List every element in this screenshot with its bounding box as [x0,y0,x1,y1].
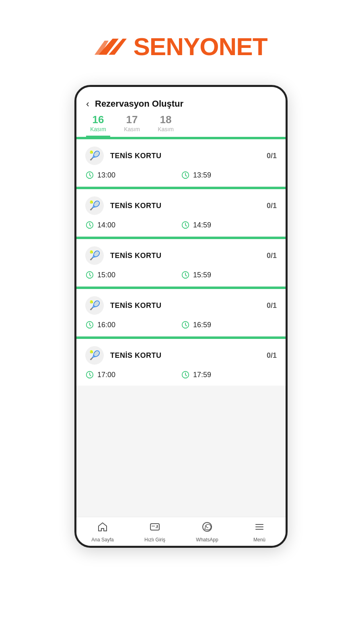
end-time-block-0: 13:59 [181,171,277,180]
card-title-row: 🎾 TENİS KORTU 0/1 [85,147,277,165]
brand-name: SENYONET [133,32,267,61]
start-time-2: 15:00 [97,271,115,279]
date-tabs: 16 Kasım 17 Kasım 18 Kasım [76,114,286,137]
court-icon: 🎾 [85,346,104,365]
court-name-3: TENİS KORTU [110,301,162,310]
card-time-row-3: 16:00 16:59 [85,320,277,329]
card-icon-title: 🎾 TENİS KORTU [85,246,162,265]
app-header: ‹ Rezervasyon Oluştur [76,87,286,114]
nav-menu-label: Menü [253,537,265,543]
card-time-row-0: 13:00 13:59 [85,171,277,180]
court-capacity-0: 0/1 [267,152,277,160]
start-time-block-2: 15:00 [85,270,181,279]
nav-whatsapp-label: WhatsApp [196,537,218,543]
start-time-block-4: 17:00 [85,370,181,379]
card-time-row-1: 14:00 14:59 [85,221,277,229]
start-time-3: 16:00 [97,321,115,329]
page-title: Rezervasyon Oluştur [95,99,183,109]
court-name-4: TENİS KORTU [110,351,162,360]
court-card-1[interactable]: 🎾 TENİS KORTU 0/1 14:00 [76,187,286,236]
clock-end-icon-0 [181,171,190,180]
start-time-block-3: 16:00 [85,320,181,329]
court-capacity-1: 0/1 [267,202,277,210]
court-name-1: TENİS KORTU [110,202,162,210]
end-time-block-4: 17:59 [181,370,277,379]
month-2: Kasım [158,126,174,132]
court-capacity-4: 0/1 [267,351,277,360]
nav-hizli[interactable]: Hızlı Giriş [129,521,181,543]
day-2: 18 [160,114,172,126]
court-card-2[interactable]: 🎾 TENİS KORTU 0/1 15:00 [76,237,286,286]
nav-hizli-label: Hızlı Giriş [144,537,165,543]
start-time-1: 14:00 [97,221,115,229]
nav-home[interactable]: Ana Sayfa [76,521,129,543]
nav-whatsapp[interactable]: WhatsApp [181,521,233,543]
phone-frame: ‹ Rezervasyon Oluştur 16 Kasım 17 Kasım … [74,85,288,548]
court-card-3[interactable]: 🎾 TENİS KORTU 0/1 16:00 [76,287,286,336]
clock-start-icon-4 [85,370,94,379]
clock-end-icon-2 [181,270,190,279]
clock-end-icon-4 [181,370,190,379]
end-time-3: 16:59 [193,321,211,329]
date-tab-1[interactable]: 17 Kasım [120,114,144,137]
svg-point-14 [156,525,158,527]
card-icon [149,521,160,535]
court-capacity-2: 0/1 [267,252,277,260]
start-time-block-0: 13:00 [85,171,181,180]
card-title-row: 🎾 TENİS KORTU 0/1 [85,346,277,365]
court-icon: 🎾 [85,246,104,265]
nav-menu[interactable]: Menü [233,521,286,543]
card-time-row-2: 15:00 15:59 [85,270,277,279]
end-time-block-3: 16:59 [181,320,277,329]
clock-start-icon-3 [85,320,94,329]
end-time-1: 14:59 [193,221,211,229]
court-capacity-3: 0/1 [267,301,277,310]
day-1: 17 [126,114,138,126]
home-icon [97,521,108,535]
court-name-0: TENİS KORTU [110,152,162,160]
end-time-block-1: 14:59 [181,221,277,229]
clock-start-icon-2 [85,270,94,279]
card-title-row: 🎾 TENİS KORTU 0/1 [85,196,277,215]
date-tab-2[interactable]: 18 Kasım [154,114,178,137]
card-icon-title: 🎾 TENİS KORTU [85,196,162,215]
card-title-row: 🎾 TENİS KORTU 0/1 [85,296,277,315]
end-time-2: 15:59 [193,271,211,279]
card-icon-title: 🎾 TENİS KORTU [85,296,162,315]
day-0: 16 [93,114,104,126]
clock-start-icon-0 [85,171,94,180]
start-time-block-1: 14:00 [85,221,181,229]
court-icon: 🎾 [85,196,104,215]
clock-start-icon-1 [85,221,94,229]
whatsapp-icon [202,521,213,535]
card-icon-title: 🎾 TENİS KORTU [85,346,162,365]
month-1: Kasım [124,126,140,132]
date-tab-0[interactable]: 16 Kasım [86,114,110,137]
month-0: Kasım [90,126,106,132]
menu-icon [254,521,265,535]
court-icon: 🎾 [85,147,104,165]
logo-area: SENYONET [95,32,267,61]
end-time-0: 13:59 [193,171,211,180]
start-time-0: 13:00 [97,171,115,180]
clock-end-icon-1 [181,221,190,229]
court-card-0[interactable]: 🎾 TENİS KORTU 0/1 13:00 [76,137,286,186]
nav-home-label: Ana Sayfa [91,537,113,543]
court-card-4[interactable]: 🎾 TENİS KORTU 0/1 17:00 [76,336,286,386]
court-icon: 🎾 [85,296,104,315]
clock-end-icon-3 [181,320,190,329]
courts-list: 🎾 TENİS KORTU 0/1 13:00 [76,137,286,517]
start-time-4: 17:00 [97,371,115,379]
court-name-2: TENİS KORTU [110,252,162,260]
card-time-row-4: 17:00 17:59 [85,370,277,379]
card-title-row: 🎾 TENİS KORTU 0/1 [85,246,277,265]
logo-icon [95,35,127,59]
card-icon-title: 🎾 TENİS KORTU [85,147,162,165]
svg-rect-13 [150,524,159,530]
bottom-nav: Ana Sayfa Hızlı Giriş Whats [76,517,286,546]
back-button[interactable]: ‹ [86,98,89,109]
end-time-4: 17:59 [193,371,211,379]
end-time-block-2: 15:59 [181,270,277,279]
